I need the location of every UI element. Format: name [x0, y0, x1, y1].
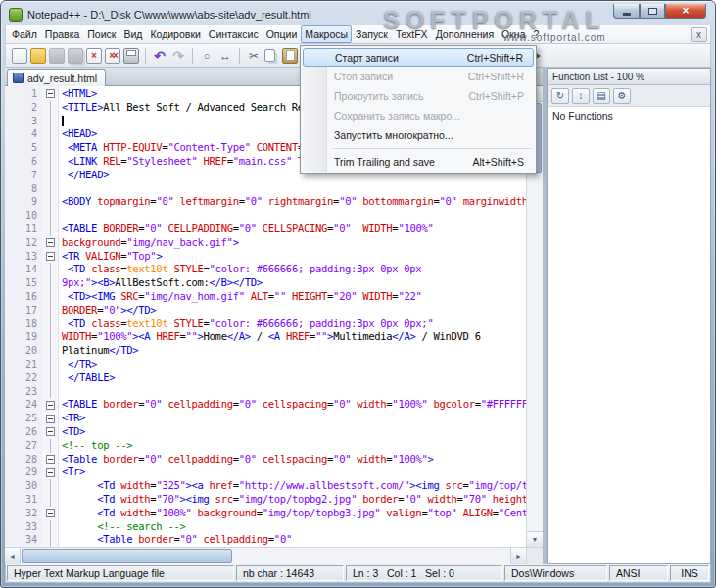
code-segment: cellpadding: [167, 453, 232, 465]
fold-marker[interactable]: [42, 507, 58, 520]
fold-line: [42, 439, 58, 453]
macro-menu-item-save-recorded[interactable]: Сохранить запись макро...: [303, 106, 534, 125]
fold-line: [42, 520, 58, 534]
open-file-icon[interactable]: [30, 48, 46, 64]
fold-box-icon: [46, 401, 55, 410]
tab-adv-result-html[interactable]: adv_result.html: [7, 69, 106, 86]
save-icon[interactable]: [49, 48, 65, 64]
menu-item-settings[interactable]: Опции: [263, 25, 302, 43]
code-segment: </A>: [392, 330, 415, 342]
menu-item-textfx[interactable]: TextFX: [392, 25, 432, 43]
fold-marker[interactable]: [42, 425, 58, 439]
menu-item-plugins[interactable]: Дополнения: [432, 25, 498, 43]
replace-icon[interactable]: [217, 48, 233, 64]
macro-menu-item-stop-recording[interactable]: Стоп записиCtrl+Shift+R: [303, 67, 534, 86]
save-all-icon[interactable]: [68, 48, 83, 64]
code-segment: </HEAD>: [68, 169, 109, 180]
menu-item-search[interactable]: Поиск: [83, 25, 119, 43]
code-segment: marginwidth: [463, 195, 526, 207]
code-segment: HREF: [286, 330, 310, 342]
line-number: 25: [5, 412, 42, 425]
menu-item-view[interactable]: Вид: [119, 25, 146, 43]
code-segment: Home: [204, 330, 227, 342]
menu-item-language[interactable]: Синтаксис: [205, 25, 263, 43]
macro-menu-item-run-multiple[interactable]: Запустить многократно...: [303, 125, 534, 145]
function-list-title: Function List - 100 %: [548, 69, 710, 85]
menu-item-encoding[interactable]: Кодировки: [146, 25, 204, 43]
cut-icon[interactable]: [246, 48, 262, 64]
code-segment: <TR: [62, 250, 85, 262]
editor-line: 33 <!-- search -->: [5, 520, 526, 534]
code-segment: cellpadding: [204, 533, 268, 545]
code-segment: border: [103, 453, 138, 465]
menu-item-shortcut: Alt+Shift+S: [472, 156, 524, 168]
maximize-button[interactable]: [640, 4, 665, 19]
code-segment: [62, 479, 97, 491]
horizontal-scroll-thumb[interactable]: [22, 549, 232, 563]
fold-line: [42, 263, 58, 276]
line-number: 16: [5, 290, 42, 304]
close-file-icon[interactable]: [86, 48, 102, 64]
menu-item-window[interactable]: Окна: [498, 25, 529, 43]
paste-icon[interactable]: [282, 48, 298, 64]
minimize-button[interactable]: [613, 4, 640, 19]
code-text: <TD class=text10t STYLE="color: #666666;…: [58, 263, 526, 276]
menubar-close-button[interactable]: x: [691, 27, 707, 42]
fold-marker[interactable]: [42, 236, 58, 250]
editor-line: 159px;"><B>AllBestSoft.com:</B></TD>: [5, 276, 526, 290]
menu-item-help[interactable]: ?: [530, 25, 544, 43]
new-file-icon[interactable]: [12, 48, 27, 64]
code-segment: <TD: [68, 263, 91, 274]
fold-marker[interactable]: [42, 87, 58, 101]
copy-icon[interactable]: [264, 49, 275, 62]
reload-icon[interactable]: ↻: [551, 88, 569, 104]
menu-item-run[interactable]: Запуск: [352, 25, 392, 43]
scroll-right-button[interactable]: ►: [510, 548, 526, 564]
close-all-icon[interactable]: [105, 48, 120, 64]
code-segment: <HEAD>: [62, 127, 97, 139]
scroll-down-button[interactable]: ▼: [527, 531, 543, 547]
code-segment: "0": [103, 304, 120, 316]
line-number: 28: [5, 453, 42, 466]
fold-line: [42, 155, 58, 169]
menu-item-edit[interactable]: Правка: [41, 25, 83, 43]
fold-marker[interactable]: [42, 412, 58, 425]
fold-line: [42, 222, 58, 236]
code-segment: rightmargin: [268, 195, 333, 207]
find-icon[interactable]: [199, 48, 215, 64]
code-segment: "0": [339, 195, 357, 207]
macro-menu-item-start-recording[interactable]: Старт записиCtrl+Shift+R: [303, 48, 534, 67]
code-text: <Tr>: [58, 466, 526, 479]
fold-marker[interactable]: [42, 453, 58, 466]
close-button[interactable]: ×: [665, 4, 706, 19]
print-icon[interactable]: [123, 48, 139, 64]
code-segment: bgcolor: [434, 398, 475, 410]
title-bar[interactable]: Notepad++ - D:\_Disk C\www\www\abs-site\…: [5, 4, 627, 24]
macro-menu-item-playback[interactable]: Прокрутить записьCtrl+Shift+P: [303, 86, 534, 106]
line-number: 15: [5, 276, 42, 290]
code-segment: cellspacing: [263, 453, 327, 465]
code-segment: bottommargin: [362, 195, 433, 207]
undo-icon[interactable]: [152, 48, 167, 64]
line-number: 34: [5, 533, 42, 547]
horizontal-scrollbar[interactable]: ◄ ►: [5, 547, 543, 564]
line-number: 27: [5, 439, 42, 453]
collapse-all-icon[interactable]: ▤: [593, 88, 610, 104]
fold-marker[interactable]: [42, 466, 58, 479]
macro-menu-item-trim-trailing-and-save[interactable]: Trim Trailing and saveAlt+Shift+S: [303, 152, 534, 172]
function-list-content[interactable]: No Functions: [548, 107, 710, 563]
code-segment: "Stylesheet": [126, 155, 197, 167]
fold-marker[interactable]: [42, 398, 58, 412]
menu-item-macro[interactable]: Макросы: [301, 25, 352, 43]
code-segment: HTTP-EQUIV: [103, 141, 162, 153]
code-segment: "img/nav_back.gif": [126, 236, 232, 248]
sort-icon[interactable]: ↕: [572, 88, 590, 104]
code-segment: "#FFFFFF": [481, 398, 526, 410]
scroll-left-button[interactable]: ◄: [5, 548, 21, 564]
settings-icon[interactable]: ⚙: [613, 88, 631, 104]
fold-marker[interactable]: [42, 250, 58, 264]
editor-line: 24<TABLE border="0" cellpadding="0" cell…: [5, 398, 526, 412]
redo-icon[interactable]: [170, 48, 186, 64]
code-segment: [62, 493, 97, 505]
menu-item-file[interactable]: Файл: [8, 25, 41, 43]
